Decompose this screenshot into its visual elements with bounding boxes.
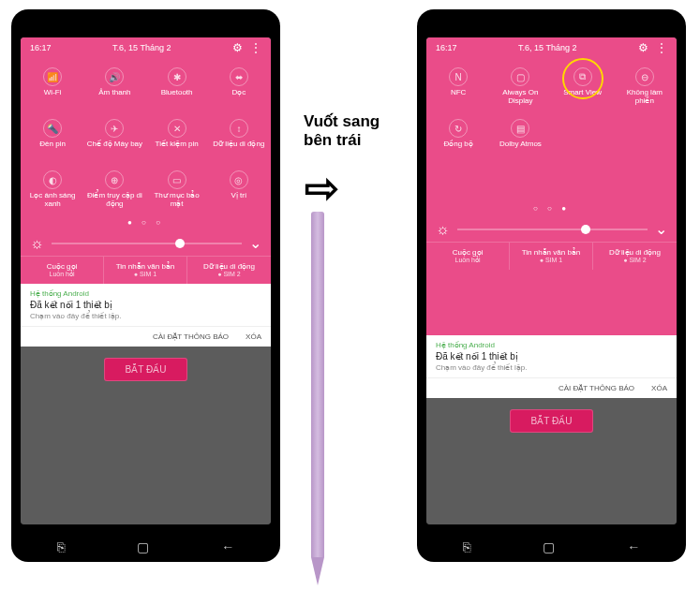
tile-icon: ↻ bbox=[449, 119, 468, 138]
tile-label: Âm thanh bbox=[98, 89, 130, 106]
sim-tile[interactable]: Tin nhắn văn bản● SIM 1 bbox=[104, 257, 187, 284]
tile-smart-view[interactable]: ⧉Smart View bbox=[553, 62, 613, 111]
dim-background: BẮT ĐẦU bbox=[426, 398, 677, 524]
tile-dọc[interactable]: ⬌Dọc bbox=[209, 62, 269, 111]
tile-dữ-liệu-di-động[interactable]: ↕Dữ liệu di động bbox=[209, 113, 269, 163]
tile-icon: ✈ bbox=[105, 119, 124, 138]
time: 16:17 bbox=[436, 43, 457, 52]
tile-label: Lọc ánh sáng xanh bbox=[24, 192, 81, 209]
tile-icon: ✕ bbox=[168, 119, 186, 138]
brightness-row: ☼ ⌄ bbox=[21, 230, 271, 256]
dim-background: BẮT ĐẦU bbox=[21, 347, 271, 524]
notif-sub: Chạm vào đây để thiết lập. bbox=[30, 312, 261, 320]
sim-title: Dữ liệu di động bbox=[191, 262, 267, 271]
tile-icon: ⊖ bbox=[635, 67, 654, 86]
tile-icon: ↕ bbox=[230, 119, 248, 138]
notif-title: Đã kết nối 1 thiết bị bbox=[436, 351, 667, 362]
instruction-text: Vuốt sangbên trái bbox=[304, 112, 380, 151]
sim-tile[interactable]: Dữ liệu di động● SIM 2 bbox=[187, 257, 271, 284]
tile-chế-độ-máy-bay[interactable]: ✈Chế độ Máy bay bbox=[84, 113, 144, 163]
back-icon[interactable]: ← bbox=[221, 539, 234, 554]
back-icon[interactable]: ← bbox=[627, 539, 640, 554]
recents-icon[interactable]: ⎘ bbox=[57, 539, 65, 554]
tile-âm-thanh[interactable]: 🔊Âm thanh bbox=[84, 62, 144, 111]
notif-title: Đã kết nối 1 thiết bị bbox=[30, 300, 261, 310]
tile-icon: N bbox=[449, 67, 468, 86]
tile-icon: ◎ bbox=[230, 170, 248, 189]
tile-wi-fi[interactable]: 📶Wi-Fi bbox=[22, 62, 82, 111]
start-button[interactable]: BẮT ĐẦU bbox=[510, 409, 594, 433]
tile-bluetooth[interactable]: ✱Bluetooth bbox=[147, 62, 207, 111]
tile-label: Không làm phiền bbox=[617, 89, 673, 106]
tile-icon: ▢ bbox=[511, 67, 529, 86]
tile-label: NFC bbox=[451, 89, 466, 106]
notif-clear-button[interactable]: XÓA bbox=[246, 332, 261, 341]
quick-panel-right[interactable]: 16:17 T.6, 15 Tháng 2 ⚙ ⋮ NNFC▢Always On… bbox=[426, 37, 677, 335]
notification[interactable]: Hệ thống Android Đã kết nối 1 thiết bị C… bbox=[21, 284, 271, 326]
tile-không-làm-phiền[interactable]: ⊖Không làm phiền bbox=[615, 62, 675, 111]
tile-label: Dữ liệu di động bbox=[213, 140, 264, 157]
tile-icon: 📶 bbox=[43, 67, 62, 86]
sim-tile[interactable]: Dữ liệu di động● SIM 2 bbox=[593, 243, 677, 270]
page-dots: ● ○ ○ bbox=[21, 214, 271, 230]
notif-clear-button[interactable]: XÓA bbox=[651, 384, 667, 392]
gear-icon[interactable]: ⚙ bbox=[638, 41, 648, 54]
statusbar: 16:17 T.6, 15 Tháng 2 ⚙ ⋮ bbox=[21, 37, 271, 58]
more-icon[interactable]: ⋮ bbox=[250, 41, 261, 54]
tile-lọc-ánh-sáng-xanh[interactable]: ◐Lọc ánh sáng xanh bbox=[22, 165, 82, 214]
notif-settings-button[interactable]: CÀI ĐẶT THÔNG BÁO bbox=[153, 332, 229, 341]
home-icon[interactable]: ▢ bbox=[137, 539, 149, 554]
tile-đồng-bộ[interactable]: ↻Đồng bộ bbox=[428, 113, 488, 163]
dropdown-icon[interactable]: ⌄ bbox=[655, 220, 667, 238]
tile-always-on-display[interactable]: ▢Always On Display bbox=[490, 62, 550, 111]
tile-icon: 🔦 bbox=[43, 119, 62, 138]
page-dots: ○ ○ ● bbox=[426, 200, 677, 216]
home-icon[interactable]: ▢ bbox=[543, 539, 555, 554]
tile-vị-trí[interactable]: ◎Vị trí bbox=[209, 165, 269, 214]
sim-title: Cuộc gọi bbox=[430, 248, 505, 257]
sim-sub: ● SIM 2 bbox=[191, 271, 267, 277]
tile-tiết-kiệm-pin[interactable]: ✕Tiết kiệm pin bbox=[147, 113, 207, 163]
sim-title: Tin nhắn văn bản bbox=[514, 248, 588, 257]
arrow-icon: ⇨ bbox=[305, 164, 339, 212]
tile-điểm-truy-cập-di-động[interactable]: ⊕Điểm truy cập di động bbox=[84, 165, 144, 214]
tiles-grid: NNFC▢Always On Display⧉Smart View⊖Không … bbox=[426, 58, 677, 163]
sim-sub: Luôn hỏi bbox=[24, 271, 99, 278]
brightness-row: ☼ ⌄ bbox=[426, 216, 677, 242]
tile-label: Bluetooth bbox=[161, 89, 193, 106]
brightness-slider[interactable] bbox=[457, 229, 648, 230]
tiles-grid: 📶Wi-Fi🔊Âm thanh✱Bluetooth⬌Dọc🔦Đèn pin✈Ch… bbox=[21, 58, 271, 214]
tile-nfc[interactable]: NNFC bbox=[428, 62, 488, 111]
tile-icon: ▭ bbox=[168, 170, 186, 189]
tile-icon: ✱ bbox=[168, 67, 186, 86]
sim-title: Tin nhắn văn bản bbox=[108, 262, 183, 271]
dropdown-icon[interactable]: ⌄ bbox=[249, 234, 261, 252]
sim-sub: Luôn hỏi bbox=[430, 257, 505, 264]
more-icon[interactable]: ⋮ bbox=[656, 41, 667, 54]
notif-sub: Chạm vào đây để thiết lập. bbox=[436, 363, 667, 372]
sim-tile[interactable]: Cuộc gọiLuôn hỏi bbox=[21, 257, 104, 284]
notif-app: Hệ thống Android bbox=[30, 289, 261, 298]
sim-tile[interactable]: Tin nhắn văn bản● SIM 1 bbox=[510, 243, 593, 270]
notif-app: Hệ thống Android bbox=[436, 341, 667, 349]
notif-actions: CÀI ĐẶT THÔNG BÁO XÓA bbox=[21, 326, 271, 347]
recents-icon[interactable]: ⎘ bbox=[463, 539, 470, 554]
tile-label: Smart View bbox=[563, 89, 602, 106]
stylus bbox=[311, 212, 324, 596]
start-button[interactable]: BẮT ĐẦU bbox=[104, 358, 188, 381]
notif-settings-button[interactable]: CÀI ĐẶT THÔNG BÁO bbox=[559, 384, 634, 392]
tile-label: Đèn pin bbox=[39, 140, 66, 157]
brightness-icon: ☼ bbox=[30, 235, 44, 252]
tile-thư-mục-bảo-mật[interactable]: ▭Thư mục bảo mật bbox=[147, 165, 207, 214]
tile-đèn-pin[interactable]: 🔦Đèn pin bbox=[22, 113, 82, 163]
notification[interactable]: Hệ thống Android Đã kết nối 1 thiết bị C… bbox=[426, 335, 677, 377]
gear-icon[interactable]: ⚙ bbox=[232, 41, 243, 54]
brightness-slider[interactable] bbox=[52, 243, 242, 244]
date: T.6, 15 Tháng 2 bbox=[112, 43, 171, 52]
time: 16:17 bbox=[30, 43, 52, 52]
tile-icon: 🔊 bbox=[105, 67, 124, 86]
sim-tile[interactable]: Cuộc gọiLuôn hỏi bbox=[426, 243, 510, 270]
sim-tiles: Cuộc gọiLuôn hỏiTin nhắn văn bản● SIM 1D… bbox=[426, 242, 677, 270]
tile-dolby-atmos[interactable]: ▤Dolby Atmos bbox=[490, 113, 550, 163]
quick-panel-left[interactable]: 16:17 T.6, 15 Tháng 2 ⚙ ⋮ 📶Wi-Fi🔊Âm than… bbox=[21, 37, 271, 284]
